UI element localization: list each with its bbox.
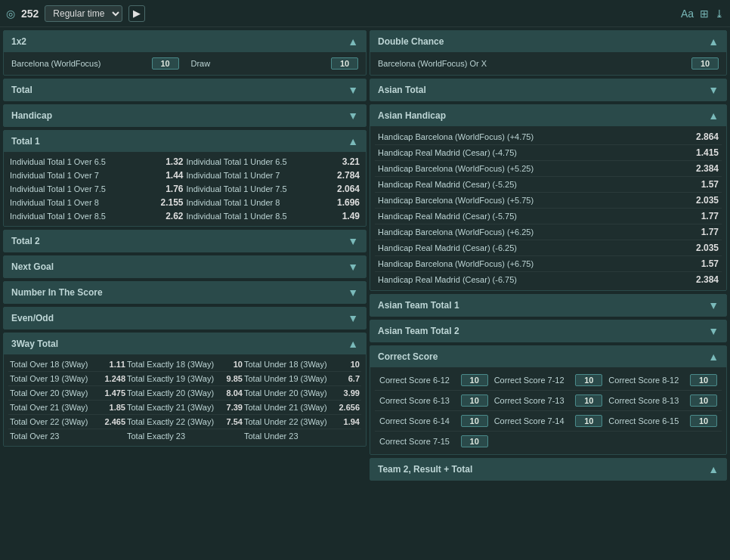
bet-3way-0-col1-name: Total Over 18 (3Way) (10, 360, 98, 369)
bet-3way-1-col2[interactable]: Total Exactly 19 (3Way) 9.85 (127, 374, 243, 383)
cs-0-1[interactable]: Correct Score 7-12 10 (491, 373, 606, 388)
section-asian-handicap-arrow: ▲ (708, 110, 719, 122)
section-1x2-header[interactable]: 1x2 ▲ (4, 31, 366, 52)
play-button[interactable]: ▶ (128, 5, 145, 22)
bet-right-1[interactable]: Individual Total 1 Under 7 2.784 (185, 169, 362, 182)
section-number-score-header[interactable]: Number In The Score ▼ (4, 282, 366, 303)
bet-row-barcelona[interactable]: Barcelona (WorldFocus) 10 Draw 10 (8, 55, 361, 72)
right-column: Double Chance ▲ Barcelona (WorldFocus) O… (370, 30, 727, 557)
bet-3way-4-col2[interactable]: Total Exactly 22 (3Way) 7.54 (127, 417, 243, 426)
bet-3way-3-col1[interactable]: Total Over 21 (3Way) 1.85 (10, 403, 125, 412)
bet-asian-h-9[interactable]: Handicap Real Madrid (Cesar) (-6.75) 2.3… (375, 272, 722, 287)
bet-3way-1-col3[interactable]: Total Under 19 (3Way) 6.7 (244, 374, 360, 383)
cs-1-0-odds[interactable]: 10 (461, 394, 488, 407)
bet-odds-draw[interactable]: 10 (331, 57, 358, 70)
bet-right-2[interactable]: Individual Total 1 Under 7.5 2.064 (185, 182, 362, 196)
download-button[interactable]: ⤓ (715, 8, 724, 20)
cs-1-2[interactable]: Correct Score 8-13 10 (605, 393, 720, 408)
section-handicap-header[interactable]: Handicap ▼ (4, 105, 366, 126)
section-correct-score-header[interactable]: Correct Score ▲ (370, 346, 726, 367)
cs-0-1-odds[interactable]: 10 (575, 374, 602, 386)
bet-3way-2-col3[interactable]: Total Under 20 (3Way) 3.99 (244, 388, 360, 398)
bet-3way-2-col1[interactable]: Total Over 20 (3Way) 1.475 (10, 388, 125, 398)
bet-right-3[interactable]: Individual Total 1 Under 8 1.696 (185, 196, 362, 209)
bet-3way-0-col3[interactable]: Total Under 18 (3Way) 10 (244, 360, 360, 369)
section-double-chance-body: Barcelona (WorldFocus) Or X 10 (370, 52, 726, 75)
section-correct-score-title: Correct Score (378, 351, 438, 362)
cs-0-0[interactable]: Correct Score 6-12 10 (376, 373, 491, 388)
section-3way-total-header[interactable]: 3Way Total ▲ (4, 333, 366, 354)
bet-left-0[interactable]: Individual Total 1 Over 6.5 1.32 (8, 155, 185, 169)
bet-3way-4-col3[interactable]: Total Under 22 (3Way) 1.94 (244, 417, 360, 426)
cs-2-0[interactable]: Correct Score 6-14 10 (376, 413, 491, 429)
section-total-header[interactable]: Total ▼ (4, 79, 366, 101)
bet-3way-0-col2[interactable]: Total Exactly 18 (3Way) 10 (127, 360, 243, 369)
bet-left-4[interactable]: Individual Total 1 Over 8.5 2.62 (8, 209, 185, 223)
cs-3-0-odds[interactable]: 10 (461, 435, 488, 447)
bet-3way-3-col3[interactable]: Total Under 21 (3Way) 2.656 (244, 403, 360, 412)
bet-3way-4-col1[interactable]: Total Over 22 (3Way) 2.465 (10, 417, 125, 426)
cs-1-0[interactable]: Correct Score 6-13 10 (376, 393, 491, 408)
section-asian-team-total1-header[interactable]: Asian Team Total 1 ▼ (370, 295, 726, 316)
section-next-goal-header[interactable]: Next Goal ▼ (4, 256, 366, 277)
cs-0-2[interactable]: Correct Score 8-12 10 (605, 373, 720, 388)
bet-3way-1-col1-odds: 1.248 (101, 374, 125, 383)
bet-left-1[interactable]: Individual Total 1 Over 7 1.44 (8, 169, 185, 182)
bet-asian-h-7-odds: 2.035 (691, 243, 719, 253)
cs-1-2-odds[interactable]: 10 (690, 394, 717, 407)
section-asian-total-header[interactable]: Asian Total ▼ (370, 79, 726, 101)
grid-button[interactable]: ⊞ (700, 8, 709, 20)
bet-asian-h-8[interactable]: Handicap Barcelona (WorldFocus) (+6.75) … (375, 256, 722, 272)
bet-3way-5-col3[interactable]: Total Under 23 (244, 432, 360, 441)
section-double-chance-header[interactable]: Double Chance ▲ (370, 31, 726, 52)
cs-2-1[interactable]: Correct Score 7-14 10 (491, 413, 606, 429)
bet-3way-4-col2-odds: 7.54 (218, 417, 243, 426)
cs-2-1-odds[interactable]: 10 (575, 415, 602, 427)
section-team2-result-total-header[interactable]: Team 2, Result + Total ▲ (370, 459, 726, 480)
bet-3way-0-col1[interactable]: Total Over 18 (3Way) 1.11 (10, 360, 125, 369)
bet-asian-h-4[interactable]: Handicap Barcelona (WorldFocus) (+5.75) … (375, 193, 722, 209)
bet-row-barcelona-x[interactable]: Barcelona (WorldFocus) Or X 10 (375, 55, 722, 72)
bet-3way-3-col1-odds: 1.85 (101, 403, 125, 412)
cs-0-0-odds[interactable]: 10 (461, 374, 488, 386)
bet-asian-h-5[interactable]: Handicap Real Madrid (Cesar) (-5.75) 1.7… (375, 209, 722, 224)
cs-1-1-odds[interactable]: 10 (575, 394, 602, 407)
bet-left-2[interactable]: Individual Total 1 Over 7.5 1.76 (8, 182, 185, 196)
section-total1-header[interactable]: Total 1 ▲ (4, 131, 366, 152)
section-double-chance-title: Double Chance (378, 36, 444, 47)
section-asian-team-total2-header[interactable]: Asian Team Total 2 ▼ (370, 320, 726, 342)
cs-3-0-name: Correct Score 7-15 (379, 437, 450, 446)
bet-asian-h-3[interactable]: Handicap Real Madrid (Cesar) (-5.25) 1.5… (375, 177, 722, 193)
cs-2-2[interactable]: Correct Score 6-15 10 (605, 413, 720, 429)
bet-3way-2-col2[interactable]: Total Exactly 20 (3Way) 8.04 (127, 388, 243, 398)
cs-3-0[interactable]: Correct Score 7-15 10 (376, 434, 491, 449)
bet-3way-5-col1[interactable]: Total Over 23 (10, 432, 125, 441)
bet-asian-h-6[interactable]: Handicap Barcelona (WorldFocus) (+6.25) … (375, 224, 722, 240)
bet-asian-h-2[interactable]: Handicap Barcelona (WorldFocus) (+5.25) … (375, 161, 722, 177)
bet-right-4[interactable]: Individual Total 1 Under 8.5 1.49 (185, 209, 362, 223)
bet-odds-barcelona[interactable]: 10 (152, 57, 179, 70)
bet-3way-3-col2[interactable]: Total Exactly 21 (3Way) 7.39 (127, 403, 243, 412)
cs-0-2-odds[interactable]: 10 (690, 374, 717, 386)
cs-2-2-odds[interactable]: 10 (690, 415, 717, 427)
section-next-goal-arrow: ▼ (348, 261, 358, 273)
section-total2-header[interactable]: Total 2 ▼ (4, 230, 366, 252)
bet-odds-barcelona-x[interactable]: 10 (691, 57, 719, 70)
cs-1-1[interactable]: Correct Score 7-13 10 (491, 393, 606, 408)
cs-2-0-odds[interactable]: 10 (461, 415, 488, 427)
time-filter-select[interactable]: Regular time (45, 5, 122, 22)
bet-3way-1-col1[interactable]: Total Over 19 (3Way) 1.248 (10, 374, 125, 383)
bet-3way-5-col2[interactable]: Total Exactly 23 (127, 432, 243, 441)
section-even-odd-header[interactable]: Even/Odd ▼ (4, 308, 366, 329)
bet-left-3[interactable]: Individual Total 1 Over 8 2.155 (8, 196, 185, 209)
correct-score-row-2: Correct Score 6-14 10 Correct Score 7-14… (375, 411, 722, 432)
section-asian-handicap-header[interactable]: Asian Handicap ▲ (370, 105, 726, 126)
cs-0-2-name: Correct Score 8-12 (608, 376, 679, 385)
bet-asian-h-0[interactable]: Handicap Barcelona (WorldFocus) (+4.75) … (375, 129, 722, 145)
bet-right-0[interactable]: Individual Total 1 Under 6.5 3.21 (185, 155, 362, 169)
bet-asian-h-7[interactable]: Handicap Real Madrid (Cesar) (-6.25) 2.0… (375, 240, 722, 256)
text-size-button[interactable]: Aa (681, 8, 694, 20)
cs-2-2-name: Correct Score 6-15 (608, 416, 679, 425)
section-asian-total-title: Asian Total (378, 85, 426, 95)
bet-asian-h-1[interactable]: Handicap Real Madrid (Cesar) (-4.75) 1.4… (375, 145, 722, 161)
